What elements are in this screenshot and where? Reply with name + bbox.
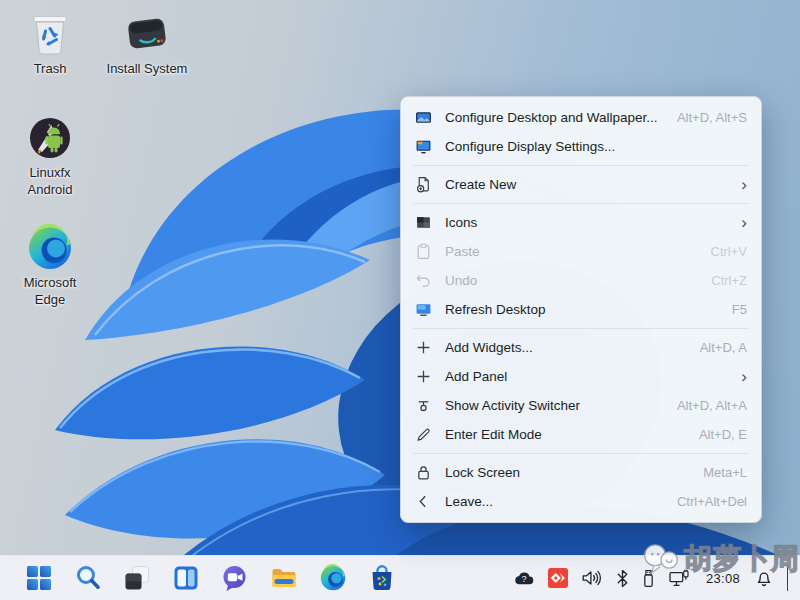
desktop-icon-label: Linuxfx Android bbox=[7, 164, 93, 198]
svg-text:?: ? bbox=[521, 574, 526, 584]
menu-item-shortcut: Ctrl+Z bbox=[711, 273, 747, 288]
menu-item-add-widgets[interactable]: Add Widgets...Alt+D, A bbox=[401, 333, 761, 362]
menu-item-label: Add Widgets... bbox=[445, 340, 686, 355]
taskbar-search-button[interactable] bbox=[73, 563, 103, 593]
taskbar: ? 23:08 bbox=[0, 555, 800, 600]
icons-grid-icon bbox=[415, 214, 432, 231]
desktop-icon-label: Install System bbox=[104, 60, 190, 77]
clock[interactable]: 23:08 bbox=[706, 571, 740, 586]
submenu-chevron-icon: › bbox=[741, 368, 747, 385]
display-icon bbox=[415, 138, 432, 155]
menu-item-label: Create New bbox=[445, 177, 731, 192]
tray-bluetooth-icon[interactable] bbox=[616, 569, 629, 588]
taskbar-store-button[interactable] bbox=[367, 563, 397, 593]
menu-separator bbox=[413, 453, 749, 454]
submenu-chevron-icon: › bbox=[741, 214, 747, 231]
menu-separator bbox=[413, 203, 749, 204]
menu-item-label: Add Panel bbox=[445, 369, 731, 384]
menu-item-label: Refresh Desktop bbox=[445, 302, 718, 317]
system-tray: ? 23:08 bbox=[500, 565, 794, 591]
tray-anydesk-icon[interactable] bbox=[548, 568, 568, 588]
tray-volume-icon[interactable] bbox=[581, 569, 603, 587]
start-icon bbox=[25, 564, 53, 592]
menu-item-label: Configure Desktop and Wallpaper... bbox=[445, 110, 663, 125]
menu-item-shortcut: Alt+D, Alt+S bbox=[677, 110, 747, 125]
menu-item-label: Configure Display Settings... bbox=[445, 139, 747, 154]
menu-item-label: Show Activity Switcher bbox=[445, 398, 663, 413]
context-menu: Configure Desktop and Wallpaper...Alt+D,… bbox=[400, 96, 762, 523]
tray-cloud-sync-icon[interactable]: ? bbox=[513, 570, 535, 587]
wallpaper-icon bbox=[415, 109, 432, 126]
taskbar-chat-button[interactable] bbox=[220, 563, 250, 593]
widgets-icon bbox=[172, 564, 200, 592]
microsoft-edge-icon bbox=[26, 224, 74, 272]
taskbar-start-button[interactable] bbox=[24, 563, 54, 593]
plus-icon bbox=[415, 339, 432, 356]
desktop[interactable]: TrashInstall SystemLinuxfx AndroidMicros… bbox=[0, 0, 800, 600]
store-icon bbox=[368, 564, 396, 592]
menu-item-leave[interactable]: Leave...Ctrl+Alt+Del bbox=[401, 487, 761, 516]
menu-item-lock-screen[interactable]: Lock ScreenMeta+L bbox=[401, 458, 761, 487]
menu-item-show-activity-switcher[interactable]: Show Activity SwitcherAlt+D, Alt+A bbox=[401, 391, 761, 420]
desktop-icon-trash[interactable]: Trash bbox=[7, 10, 93, 77]
refresh-icon bbox=[415, 301, 432, 318]
menu-item-shortcut: Ctrl+Alt+Del bbox=[677, 494, 747, 509]
menu-item-paste: PasteCtrl+V bbox=[401, 237, 761, 266]
tray-network-device-icon[interactable] bbox=[668, 569, 690, 588]
pencil-icon bbox=[415, 426, 432, 443]
lock-icon bbox=[415, 464, 432, 481]
linuxfx-android-icon bbox=[26, 114, 74, 162]
task-view-icon bbox=[123, 564, 151, 592]
menu-item-add-panel[interactable]: Add Panel› bbox=[401, 362, 761, 391]
menu-separator bbox=[413, 328, 749, 329]
leave-icon bbox=[415, 493, 432, 510]
show-desktop-divider[interactable] bbox=[787, 565, 788, 591]
clipboard-icon bbox=[415, 243, 432, 260]
menu-item-create-new[interactable]: Create New› bbox=[401, 170, 761, 199]
submenu-chevron-icon: › bbox=[741, 176, 747, 193]
menu-item-label: Paste bbox=[445, 244, 697, 259]
activity-icon bbox=[415, 397, 432, 414]
notifications-bell-icon[interactable] bbox=[754, 568, 774, 588]
menu-item-shortcut: F5 bbox=[732, 302, 747, 317]
desktop-icon-linuxfx-android[interactable]: Linuxfx Android bbox=[7, 114, 93, 198]
menu-item-configure-display-settings[interactable]: Configure Display Settings... bbox=[401, 132, 761, 161]
desktop-icon-label: Trash bbox=[7, 60, 93, 77]
menu-item-shortcut: Alt+D, Alt+A bbox=[677, 398, 747, 413]
menu-item-icons[interactable]: Icons› bbox=[401, 208, 761, 237]
menu-item-label: Lock Screen bbox=[445, 465, 689, 480]
undo-icon bbox=[415, 272, 432, 289]
menu-item-label: Undo bbox=[445, 273, 697, 288]
edge-icon bbox=[319, 564, 347, 592]
desktop-icon-microsoft-edge[interactable]: Microsoft Edge bbox=[7, 224, 93, 308]
menu-separator bbox=[413, 165, 749, 166]
document-new-icon bbox=[415, 176, 432, 193]
file-explorer-icon bbox=[270, 564, 298, 592]
menu-item-refresh-desktop[interactable]: Refresh DesktopF5 bbox=[401, 295, 761, 324]
menu-item-configure-desktop-and-wallpaper[interactable]: Configure Desktop and Wallpaper...Alt+D,… bbox=[401, 103, 761, 132]
menu-item-shortcut: Meta+L bbox=[703, 465, 747, 480]
tray-usb-device-icon[interactable] bbox=[642, 569, 655, 588]
menu-item-shortcut: Alt+D, E bbox=[699, 427, 747, 442]
menu-item-undo: UndoCtrl+Z bbox=[401, 266, 761, 295]
chat-icon bbox=[221, 564, 249, 592]
menu-item-label: Leave... bbox=[445, 494, 663, 509]
plus-icon bbox=[415, 368, 432, 385]
menu-item-label: Enter Edit Mode bbox=[445, 427, 685, 442]
taskbar-task-view-button[interactable] bbox=[122, 563, 152, 593]
menu-item-shortcut: Ctrl+V bbox=[711, 244, 747, 259]
menu-item-enter-edit-mode[interactable]: Enter Edit ModeAlt+D, E bbox=[401, 420, 761, 449]
install-system-icon bbox=[123, 10, 171, 58]
menu-item-shortcut: Alt+D, A bbox=[700, 340, 747, 355]
taskbar-edge-button[interactable] bbox=[318, 563, 348, 593]
desktop-icon-label: Microsoft Edge bbox=[7, 274, 93, 308]
taskbar-file-explorer-button[interactable] bbox=[269, 563, 299, 593]
taskbar-widgets-button[interactable] bbox=[171, 563, 201, 593]
menu-item-label: Icons bbox=[445, 215, 731, 230]
search-icon bbox=[74, 564, 102, 592]
desktop-icon-install-system[interactable]: Install System bbox=[104, 10, 190, 77]
trash-icon bbox=[26, 10, 74, 58]
